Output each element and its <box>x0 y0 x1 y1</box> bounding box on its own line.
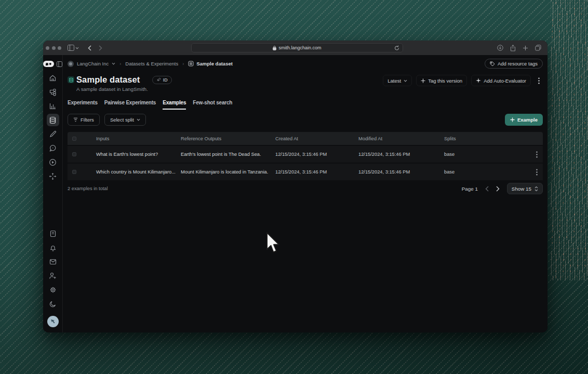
sparkle-icon <box>476 78 481 83</box>
reload-icon[interactable] <box>394 45 399 51</box>
table-row[interactable]: Which country is Mount Kilimanjaro... Mo… <box>68 164 543 180</box>
col-splits: Splits <box>444 136 530 141</box>
dataset-id-button[interactable]: ID <box>152 76 172 84</box>
browser-chrome: smith.langchain.com <box>43 41 547 55</box>
examples-toolbar: Filters Select split Example <box>68 114 543 126</box>
zoom-window-button[interactable] <box>58 46 61 50</box>
row-checkbox[interactable] <box>72 152 76 156</box>
org-avatar <box>68 61 74 67</box>
user-avatar[interactable] <box>47 316 59 327</box>
browser-window: smith.langchain.com <box>43 41 547 332</box>
sidebar-item-tracing[interactable] <box>47 86 59 98</box>
chevron-down-icon <box>404 79 407 82</box>
sidebar-item-annotation[interactable] <box>47 128 59 140</box>
plus-icon <box>421 78 425 83</box>
back-button[interactable] <box>88 45 91 51</box>
plus-icon <box>510 117 515 122</box>
page-indicator: Page 1 <box>462 186 478 192</box>
page-size-select[interactable]: Show 15 <box>507 183 543 194</box>
lock-icon <box>273 46 276 50</box>
app-topbar: LangChain Inc › Datasets & Experiments ›… <box>68 55 543 72</box>
langsmith-logo[interactable] <box>43 61 54 67</box>
chevron-down-icon <box>137 118 140 121</box>
stepper-icon <box>534 186 538 192</box>
tab-experiments[interactable]: Experiments <box>68 100 98 110</box>
address-bar[interactable]: smith.langchain.com <box>191 43 403 52</box>
org-switcher[interactable]: LangChain Inc <box>68 61 115 67</box>
sidebar-item-docs[interactable] <box>47 228 59 240</box>
tab-overview-icon[interactable] <box>535 45 541 51</box>
close-window-button[interactable] <box>46 46 49 50</box>
cell-reference-outputs: Mount Kilimanjaro is located in Tanzania… <box>181 169 275 175</box>
row-checkbox[interactable] <box>72 170 76 174</box>
dataset-menu-button[interactable] <box>535 77 543 84</box>
new-tab-icon[interactable] <box>523 45 528 51</box>
share-icon[interactable] <box>510 45 516 51</box>
table-footer: 2 examples in total Page 1 Show 15 <box>68 183 543 194</box>
tab-few-shot-search[interactable]: Few-shot search <box>193 100 232 110</box>
sidebar-item-deployments[interactable] <box>47 170 59 182</box>
org-name[interactable]: LangChain Inc <box>77 61 109 66</box>
table-row[interactable]: What is Earth's lowest point? Earth's lo… <box>68 146 543 163</box>
minimize-window-button[interactable] <box>52 46 56 50</box>
url-text: smith.langchain.com <box>278 45 321 50</box>
cell-inputs[interactable]: What is Earth's lowest point? <box>96 152 181 157</box>
breadcrumb-separator: › <box>119 61 121 66</box>
col-reference-outputs: Reference Outputs <box>181 136 275 141</box>
select-split-dropdown[interactable]: Select split <box>104 114 146 126</box>
col-inputs: Inputs <box>96 136 181 141</box>
forward-button[interactable] <box>99 45 102 51</box>
sidebar-item-notifications[interactable] <box>47 242 59 254</box>
sidebar-item-prompts[interactable] <box>47 142 59 154</box>
cell-splits: base <box>444 169 530 175</box>
dataset-tabs: Experiments Pairwise Experiments Example… <box>68 100 543 110</box>
app-main: LangChain Inc › Datasets & Experiments ›… <box>63 55 547 332</box>
tag-version-button[interactable]: Tag this version <box>416 75 467 86</box>
filter-icon <box>73 117 78 122</box>
collapse-sidebar-icon[interactable] <box>56 61 62 67</box>
next-page-button[interactable] <box>496 186 500 192</box>
dataset-subtitle: A sample dataset in LangSmith. <box>76 86 148 92</box>
total-count: 2 examples in total <box>68 186 108 191</box>
breadcrumb-page[interactable]: Sample dataset <box>188 61 233 66</box>
downloads-icon[interactable] <box>497 45 503 51</box>
prev-page-button[interactable] <box>485 186 489 192</box>
cell-modified-at: 12/15/2024, 3:15:46 PM <box>358 152 444 157</box>
browser-sidebar-toggle[interactable] <box>68 45 79 51</box>
add-example-button[interactable]: Example <box>505 114 543 126</box>
tab-pairwise-experiments[interactable]: Pairwise Experiments <box>104 100 156 110</box>
filters-button[interactable]: Filters <box>68 114 100 126</box>
add-auto-evaluator-button[interactable]: Add Auto-Evaluator <box>471 75 531 86</box>
sidebar-item-playground[interactable] <box>47 156 59 168</box>
tag-icon <box>490 61 495 66</box>
cell-created-at: 12/15/2024, 3:15:46 PM <box>275 152 358 157</box>
cell-created-at: 12/15/2024, 3:15:46 PM <box>275 169 358 175</box>
chevron-down-icon <box>112 62 115 65</box>
breadcrumb-section[interactable]: Datasets & Experiments <box>125 61 178 66</box>
sidebar-item-monitoring[interactable] <box>47 100 59 112</box>
version-select[interactable]: Latest <box>383 75 412 86</box>
app-root: LangChain Inc › Datasets & Experiments ›… <box>43 55 547 332</box>
examples-table: Inputs Reference Outputs Created At Modi… <box>68 132 543 180</box>
page-title: Sample dataset <box>76 75 140 85</box>
row-menu-button[interactable] <box>530 169 543 176</box>
cell-splits: base <box>444 152 530 157</box>
select-all-checkbox[interactable] <box>72 137 76 141</box>
traffic-lights[interactable] <box>46 46 61 50</box>
sidebar-item-home[interactable] <box>47 72 59 84</box>
mouse-cursor <box>265 232 281 255</box>
tab-examples[interactable]: Examples <box>163 100 186 110</box>
sidebar-item-invite[interactable] <box>47 270 59 282</box>
col-created-at: Created At <box>275 136 358 141</box>
sidebar-item-settings[interactable] <box>47 284 59 296</box>
cell-reference-outputs: Earth's lowest point is The Dead Sea. <box>181 152 275 157</box>
sidebar-item-mail[interactable] <box>47 256 59 268</box>
dataset-type-icon <box>68 76 74 83</box>
dataset-header: Sample dataset A sample dataset in LangS… <box>68 75 543 92</box>
sidebar-item-theme[interactable] <box>47 298 59 310</box>
cell-inputs[interactable]: Which country is Mount Kilimanjaro... <box>96 169 181 175</box>
row-menu-button[interactable] <box>530 151 543 158</box>
sidebar-item-datasets[interactable] <box>47 114 59 126</box>
add-resource-tags-button[interactable]: Add resource tags <box>485 59 543 69</box>
dataset-icon <box>188 61 194 66</box>
